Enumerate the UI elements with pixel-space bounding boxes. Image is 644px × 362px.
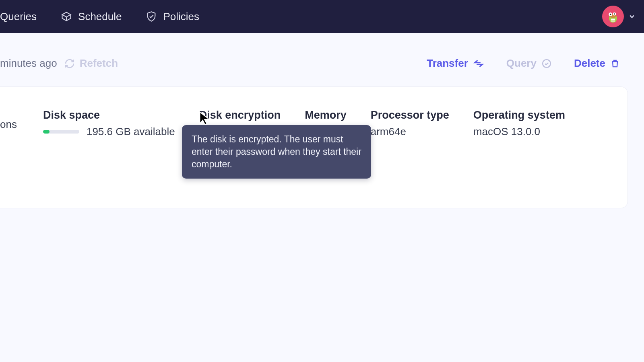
transfer-label: Transfer — [427, 57, 468, 70]
chevron-down-icon — [628, 12, 636, 21]
last-fetched: minutes ago Refetch — [0, 57, 118, 70]
svg-point-6 — [614, 13, 615, 14]
host-details-card: ons Disk space 195.6 GB available Disk e… — [0, 86, 628, 208]
transfer-button[interactable]: Transfer — [427, 57, 484, 70]
os-link[interactable]: macOS 13.0.0 — [473, 125, 565, 138]
stat-title: Operating system — [473, 109, 565, 121]
top-nav: Queries Schedule Policies — [0, 0, 644, 33]
processor-value: arm64e — [371, 125, 449, 138]
host-actions: Transfer Query Delete — [427, 57, 620, 70]
svg-point-9 — [543, 60, 551, 68]
action-row: minutes ago Refetch Transfer Query — [0, 33, 644, 82]
truncated-label: ons — [0, 118, 27, 131]
nav-item-policies[interactable]: Policies — [146, 10, 199, 23]
refetch-button[interactable]: Refetch — [64, 57, 118, 70]
last-fetched-text: minutes ago — [0, 57, 57, 70]
stat-title: Disk encryption — [199, 109, 281, 121]
svg-rect-8 — [611, 21, 615, 22]
svg-rect-7 — [611, 19, 615, 20]
disk-available-text: 195.6 GB available — [87, 125, 175, 138]
query-check-icon — [541, 58, 552, 69]
avatar — [602, 6, 624, 27]
nav-label: Queries — [0, 10, 37, 23]
stat-processor: Processor type arm64e — [371, 109, 449, 138]
query-label: Query — [506, 57, 537, 70]
disk-usage-bar — [43, 130, 79, 134]
encryption-tooltip: The disk is encrypted. The user must ent… — [182, 125, 371, 179]
stat-title: Disk space — [43, 109, 175, 121]
disk-usage-fill — [43, 130, 50, 134]
user-menu[interactable] — [602, 6, 636, 27]
query-button[interactable]: Query — [506, 57, 552, 70]
delete-label: Delete — [574, 57, 605, 70]
stat-title: Memory — [305, 109, 347, 121]
nav-item-queries[interactable]: Queries — [0, 10, 37, 23]
stat-os: Operating system macOS 13.0.0 — [473, 109, 565, 138]
nav-list: Queries Schedule Policies — [0, 10, 199, 23]
transfer-icon — [473, 58, 484, 69]
svg-point-4 — [610, 14, 611, 15]
refresh-icon — [64, 58, 75, 69]
nav-label: Policies — [163, 10, 199, 23]
stat-title: Processor type — [371, 109, 449, 121]
shield-check-icon — [146, 11, 157, 22]
nav-item-schedule[interactable]: Schedule — [61, 10, 122, 23]
nav-label: Schedule — [78, 10, 122, 23]
delete-button[interactable]: Delete — [574, 57, 620, 70]
trash-icon — [610, 59, 620, 68]
stat-disk-space: Disk space 195.6 GB available — [43, 109, 175, 138]
box-icon — [61, 11, 72, 22]
refetch-label: Refetch — [80, 57, 118, 70]
